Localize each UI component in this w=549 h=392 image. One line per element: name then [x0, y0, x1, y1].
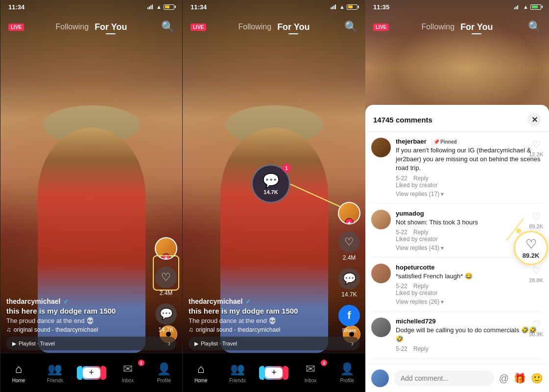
add-button-2[interactable]: +: [263, 366, 285, 380]
reply-btn-2[interactable]: Reply: [413, 229, 429, 236]
like-highlight-circle-2[interactable]: ♡ 89.2K: [514, 231, 548, 265]
nav-following-3[interactable]: Following: [422, 23, 455, 31]
nav-foryou-1[interactable]: For You: [95, 22, 127, 32]
close-comments-button[interactable]: ✕: [527, 113, 541, 126]
comment-button-1[interactable]: 💬 14.7K: [155, 303, 177, 333]
nav-following-2[interactable]: Following: [239, 23, 272, 31]
video-title-1: this here is my dodge ram 1500: [6, 307, 148, 315]
nav-foryou-3[interactable]: For You: [460, 22, 493, 32]
top-nav-2: LIVE Following For You 🔍: [183, 15, 365, 39]
comment-input-bar: @ 🎁 🙂: [365, 364, 549, 392]
like-button-2[interactable]: ♡ 2.4M: [338, 231, 360, 261]
reply-btn-4[interactable]: Reply: [413, 345, 429, 352]
gift-icon[interactable]: 🎁: [514, 372, 526, 384]
nav-profile-2[interactable]: 👤 Profile: [329, 362, 365, 383]
nav-friends-2[interactable]: 👥 Friends: [219, 362, 256, 383]
reply-btn-1[interactable]: Reply: [413, 175, 429, 182]
comment-item-1: thejerbaer 📌 Pinned If you aren't follow…: [371, 132, 543, 204]
status-bar-2: 11:34 ▲: [183, 0, 365, 14]
like-heart-icon-3[interactable]: ♡: [532, 265, 541, 276]
playlist-arrow-icon-2[interactable]: ›: [351, 339, 354, 348]
comment-button-2[interactable]: 💬 14.7K: [338, 268, 360, 298]
comment-icon-2[interactable]: 💬: [338, 268, 360, 290]
inbox-label-1: Inbox: [121, 378, 133, 383]
chevron-down-icon-3: ▾: [441, 298, 444, 305]
comment-icon-1[interactable]: 💬: [155, 303, 177, 325]
playlist-bar-2[interactable]: ▶ Playlist · Travel ›: [189, 337, 359, 350]
comment-avatar-4: [371, 318, 391, 337]
comment-list: thejerbaer 📌 Pinned If you aren't follow…: [365, 132, 549, 364]
at-icon[interactable]: @: [499, 373, 509, 384]
nav-profile-1[interactable]: 👤 Profile: [146, 362, 182, 383]
video-user-1: thedarcymichael ✓: [6, 297, 148, 305]
comment-text-4: Dodge will be calling you to do commerci…: [396, 326, 543, 343]
nav-home-1[interactable]: ⌂ Home: [0, 362, 37, 383]
playlist-info-2: ▶ Playlist · Travel: [194, 341, 237, 347]
search-icon-2[interactable]: 🔍: [344, 21, 358, 33]
view-replies-btn-1[interactable]: View replies (17) ▾: [396, 191, 543, 197]
nav-add-1[interactable]: +: [73, 366, 109, 380]
share-button-2[interactable]: f Share: [338, 305, 360, 333]
search-icon-3[interactable]: 🔍: [528, 21, 541, 33]
playlist-bar-1[interactable]: ▶ Playlist · Travel ›: [6, 337, 176, 350]
heart-icon-2[interactable]: ♡: [338, 231, 360, 253]
nav-friends-1[interactable]: 👥 Friends: [37, 362, 73, 383]
friends-icon-1: 👥: [48, 362, 62, 376]
like-count-label-1: 12.2K: [529, 151, 543, 157]
music-note-icon-2: ♫: [189, 326, 193, 333]
input-actions: @ 🎁 🙂: [499, 372, 543, 384]
like-count-1: 2.4M: [160, 290, 173, 296]
search-icon-1[interactable]: 🔍: [161, 21, 174, 33]
video-info-1: thedarcymichael ✓ this here is my dodge …: [6, 297, 148, 333]
like-heart-icon-4[interactable]: ♡: [532, 318, 541, 330]
top-nav-1: LIVE Following For You 🔍: [0, 15, 182, 39]
comment-sheet-header: 14745 comments ✕: [365, 105, 549, 132]
facebook-icon-2: f: [338, 305, 360, 326]
live-badge-3[interactable]: LIVE: [373, 24, 389, 31]
comment-bubble-2[interactable]: 💬 1 14.7K: [251, 164, 290, 203]
home-label-2: Home: [194, 378, 208, 383]
nav-foryou-2[interactable]: For You: [277, 22, 310, 32]
creator-avatar-2[interactable]: +: [338, 202, 360, 224]
comment-count-1: 14.7K: [158, 326, 173, 333]
friends-icon-2: 👥: [230, 362, 245, 376]
like-heart-icon-1[interactable]: ♡: [532, 139, 541, 150]
nav-add-2[interactable]: +: [256, 366, 292, 380]
nav-following-1[interactable]: Following: [56, 23, 89, 31]
friends-label-1: Friends: [47, 378, 63, 383]
bottom-nav-1: ⌂ Home 👥 Friends + ✉ 2 Inbox 👤 Profile: [0, 353, 182, 392]
nav-inbox-2[interactable]: ✉ 2 Inbox: [292, 362, 329, 383]
bottom-nav-2: ⌂ Home 👥 Friends + ✉ 2 Inbox 👤 Profile: [183, 353, 365, 392]
playlist-icon-1: ▶: [12, 341, 16, 347]
reply-btn-3[interactable]: Reply: [413, 283, 429, 290]
add-icon-1: +: [83, 368, 100, 378]
comment-meta-1: 5-22 Reply: [396, 175, 543, 182]
bubble-chat-icon-2: 💬: [263, 172, 280, 189]
live-badge-2[interactable]: LIVE: [191, 24, 206, 31]
inbox-label-2: Inbox: [305, 378, 316, 383]
profile-label-1: Profile: [157, 378, 171, 383]
nav-inbox-1[interactable]: ✉ 2 Inbox: [110, 362, 146, 383]
follow-plus-badge-2[interactable]: +: [345, 218, 354, 224]
battery-icon-1: [164, 4, 174, 10]
comment-avatar-1: [371, 138, 391, 157]
comment-username-2: yumadog: [396, 210, 543, 217]
battery-fill-2: [348, 5, 353, 8]
comment-username-1: thejerbaer 📌 Pinned: [396, 138, 543, 145]
status-time-3: 11:35: [373, 3, 389, 11]
view-replies-btn-3[interactable]: View replies (26) ▾: [396, 298, 543, 305]
comment-count-2: 14.7K: [341, 291, 357, 298]
add-button-1[interactable]: +: [81, 366, 102, 380]
comment-input[interactable]: [394, 370, 494, 386]
pinned-badge-1: 📌 Pinned: [431, 139, 459, 145]
nav-home-2[interactable]: ⌂ Home: [183, 362, 219, 383]
playlist-info-1: ▶ Playlist · Travel: [12, 341, 55, 347]
commenter-avatar: [371, 369, 389, 387]
like-count-label-4: 50.9K: [529, 331, 543, 337]
like-heart-icon-2[interactable]: ♡: [532, 211, 541, 222]
verified-icon-1: ✓: [63, 298, 69, 305]
status-time-1: 11:34: [8, 3, 24, 11]
emoji-icon[interactable]: 🙂: [531, 372, 543, 384]
playlist-arrow-icon-1[interactable]: ›: [168, 339, 170, 348]
live-badge-1[interactable]: LIVE: [8, 24, 24, 31]
